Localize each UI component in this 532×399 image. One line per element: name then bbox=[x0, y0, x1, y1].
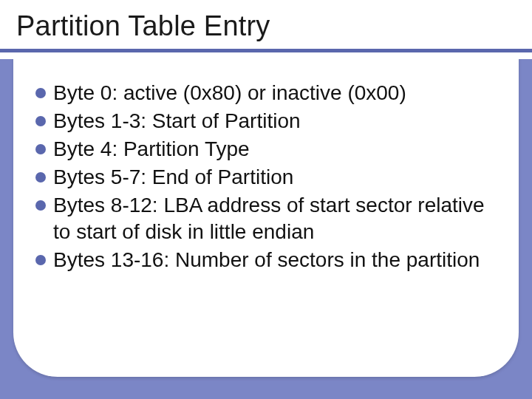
list-item-text: Bytes 5-7: End of Partition bbox=[53, 164, 293, 191]
list-item: Bytes 1-3: Start of Partition bbox=[35, 108, 494, 134]
bullet-icon bbox=[35, 144, 46, 154]
list-item: Bytes 13-16: Number of sectors in the pa… bbox=[35, 247, 494, 273]
list-item: Byte 0: active (0x80) or inactive (0x00) bbox=[35, 80, 494, 106]
title-underline bbox=[0, 49, 532, 52]
bullet-list: Byte 0: active (0x80) or inactive (0x00)… bbox=[35, 80, 494, 275]
list-item-text: Bytes 1-3: Start of Partition bbox=[53, 108, 301, 134]
bullet-icon bbox=[35, 255, 46, 265]
list-item-text: Bytes 8-12: LBA address of start sector … bbox=[53, 192, 494, 245]
list-item: Bytes 8-12: LBA address of start sector … bbox=[35, 192, 494, 245]
list-item-text: Bytes 13-16: Number of sectors in the pa… bbox=[53, 247, 480, 273]
list-item-text: Byte 4: Partition Type bbox=[53, 136, 250, 163]
list-item: Byte 4: Partition Type bbox=[35, 136, 494, 163]
slide-title: Partition Table Entry bbox=[16, 10, 270, 42]
bullet-icon bbox=[35, 172, 46, 183]
bullet-icon bbox=[35, 88, 46, 98]
bullet-icon bbox=[35, 116, 46, 126]
list-item: Bytes 5-7: End of Partition bbox=[35, 164, 494, 191]
bullet-icon bbox=[35, 200, 46, 211]
list-item-text: Byte 0: active (0x80) or inactive (0x00) bbox=[53, 80, 406, 106]
